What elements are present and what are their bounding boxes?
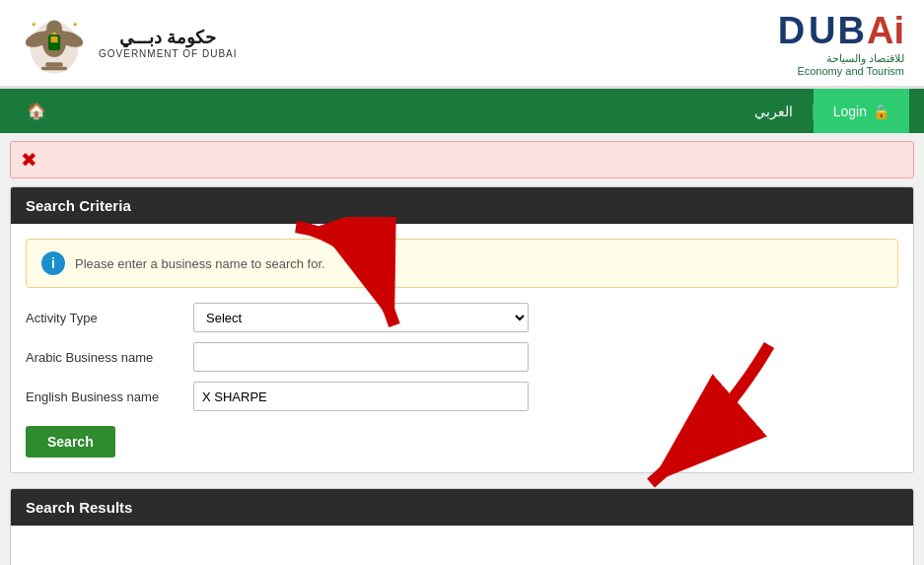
search-criteria-panel: Search Criteria i Please enter a busines… — [10, 186, 914, 473]
results-empty-message: There are no business names reserved mat… — [26, 540, 898, 565]
error-bar: ✖ — [10, 141, 914, 178]
login-label: Login — [833, 104, 867, 119]
search-criteria-header: Search Criteria — [11, 187, 913, 224]
navbar: 🏠 العربي Login 🔒 — [0, 89, 924, 133]
dubai-wordmark-u: U — [809, 10, 835, 52]
info-box: i Please enter a business name to search… — [26, 239, 898, 288]
home-icon: 🏠 — [27, 103, 46, 119]
dubai-wordmark-ai: Ai — [867, 10, 904, 52]
dubai-brand: D U B Ai للاقتصاد والسياحة Economy and T… — [778, 10, 904, 77]
search-button-label: Search — [47, 434, 94, 450]
lock-icon: 🔒 — [873, 104, 889, 119]
coat-of-arms: ★ ★ — [20, 9, 89, 78]
arabic-business-label: Arabic Business name — [26, 350, 193, 365]
dubai-subtitle: للاقتصاد والسياحة Economy and Tourism — [797, 52, 904, 77]
search-results-panel: Search Results There are no business nam… — [10, 488, 914, 565]
gov-logo-text: حكومة دبـــي GOVERNMENT OF DUBAI — [99, 27, 238, 59]
search-button[interactable]: Search — [26, 426, 115, 458]
login-button[interactable]: Login 🔒 — [814, 89, 909, 133]
search-results-title: Search Results — [26, 499, 132, 516]
header: ★ ★ حكومة دبـــي GOVERNMENT OF DUBAI D U… — [0, 0, 924, 89]
svg-text:★: ★ — [72, 20, 78, 27]
info-icon: i — [41, 251, 65, 275]
search-criteria-title: Search Criteria — [26, 197, 131, 214]
dubai-wordmark-d: D — [778, 10, 807, 52]
english-business-row: English Business name — [26, 382, 898, 411]
search-results-body: There are no business names reserved mat… — [11, 526, 913, 565]
arabic-business-row: Arabic Business name — [26, 342, 898, 372]
search-results-header: Search Results — [11, 489, 913, 526]
info-message: Please enter a business name to search f… — [75, 256, 325, 271]
error-close-icon[interactable]: ✖ — [21, 148, 37, 172]
dubai-arabic-sub: للاقتصاد والسياحة — [797, 52, 904, 65]
gov-english-text: GOVERNMENT OF DUBAI — [99, 48, 238, 59]
english-business-input[interactable] — [193, 382, 529, 411]
page-wrapper: ★ ★ حكومة دبـــي GOVERNMENT OF DUBAI D U… — [0, 0, 924, 565]
navbar-right: العربي Login 🔒 — [735, 89, 909, 133]
dubai-wordmark-b: B — [838, 10, 865, 52]
home-button[interactable]: 🏠 — [15, 94, 58, 128]
gov-arabic-text: حكومة دبـــي — [119, 27, 216, 48]
activity-type-row: Activity Type Select Commercial Industri… — [26, 303, 898, 332]
svg-rect-7 — [51, 36, 58, 42]
search-criteria-body: i Please enter a business name to search… — [11, 224, 913, 472]
activity-type-label: Activity Type — [26, 311, 193, 325]
arabic-language-button[interactable]: العربي — [735, 104, 814, 119]
svg-text:★: ★ — [31, 20, 36, 27]
arabic-business-input[interactable] — [193, 342, 529, 372]
main-content: Search Criteria i Please enter a busines… — [0, 186, 924, 565]
activity-type-select[interactable]: Select Commercial Industrial Professiona… — [193, 303, 529, 332]
header-left: ★ ★ حكومة دبـــي GOVERNMENT OF DUBAI — [20, 9, 238, 78]
svg-rect-11 — [41, 66, 67, 70]
navbar-left: 🏠 — [15, 94, 58, 128]
svg-rect-10 — [45, 62, 63, 66]
english-business-label: English Business name — [26, 389, 193, 404]
dubai-eng-sub: Economy and Tourism — [797, 65, 904, 77]
